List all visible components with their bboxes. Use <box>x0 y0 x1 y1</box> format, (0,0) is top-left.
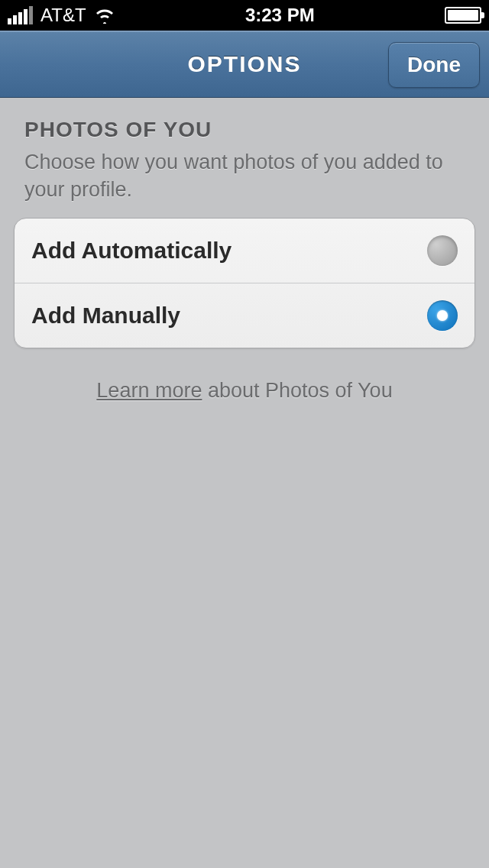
wifi-icon <box>94 7 115 24</box>
status-left: AT&T <box>8 5 115 26</box>
navbar: OPTIONS Done <box>0 31 489 98</box>
page-title: OPTIONS <box>187 51 301 77</box>
option-label: Add Manually <box>31 303 180 329</box>
done-button[interactable]: Done <box>388 42 480 88</box>
carrier-label: AT&T <box>40 5 86 26</box>
section-title: PHOTOS OF YOU <box>14 118 475 142</box>
status-time: 3:23 PM <box>245 5 315 26</box>
battery-icon <box>445 7 481 24</box>
content-area: PHOTOS OF YOU Choose how you want photos… <box>0 98 489 403</box>
status-right <box>445 7 481 24</box>
learn-more-link[interactable]: Learn more <box>96 379 202 402</box>
status-bar: AT&T 3:23 PM <box>0 0 489 31</box>
radio-unselected-icon <box>427 235 458 266</box>
option-label: Add Automatically <box>31 238 232 264</box>
option-group: Add Automatically Add Manually <box>14 218 475 348</box>
option-add-manually[interactable]: Add Manually <box>15 283 474 348</box>
learn-more-rest: about Photos of You <box>202 379 392 402</box>
section-subtitle: Choose how you want photos of you added … <box>14 148 475 204</box>
option-add-automatically[interactable]: Add Automatically <box>15 219 474 283</box>
radio-selected-icon <box>427 300 458 331</box>
signal-icon <box>8 6 33 24</box>
learn-more-text: Learn more about Photos of You <box>14 379 475 403</box>
